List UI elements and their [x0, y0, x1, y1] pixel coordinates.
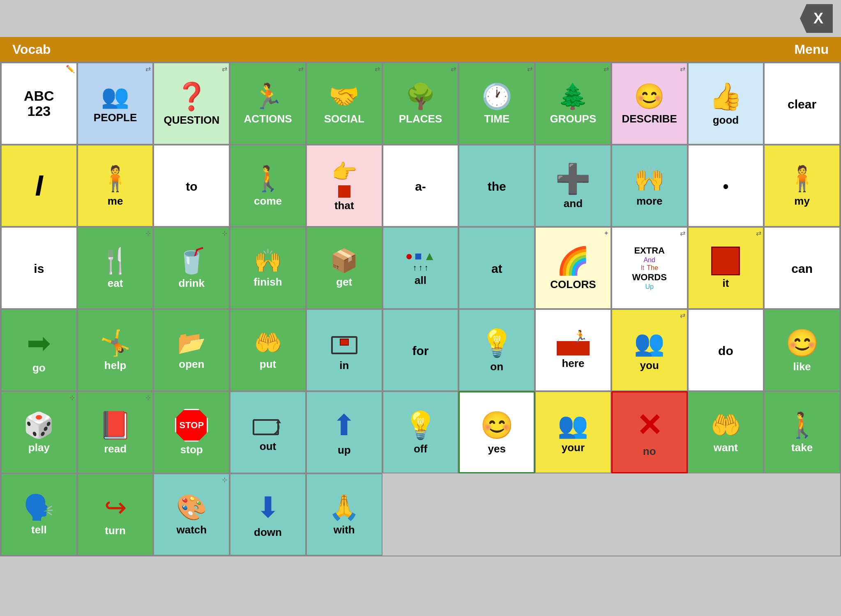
- cell-do[interactable]: do: [688, 309, 764, 391]
- get-icon: 📦: [330, 247, 358, 274]
- turn-icon: ↪: [104, 492, 127, 523]
- cell-yes[interactable]: 😊 yes: [459, 391, 535, 473]
- navigate-icon: ⇄: [298, 65, 304, 73]
- I-icon: I: [35, 169, 43, 202]
- navigate-icon: ⊹: [145, 229, 151, 237]
- cell-your[interactable]: 👥 your: [535, 391, 611, 473]
- cell-get[interactable]: 📦 get: [306, 227, 382, 309]
- cell-more[interactable]: 🙌 more: [611, 145, 688, 227]
- cell-extra-words[interactable]: ⇄ EXTRA And It The WORDS Up: [611, 227, 688, 309]
- tell-icon: 🗣️: [23, 493, 54, 522]
- backspace-icon: X: [813, 10, 823, 27]
- cell-here[interactable]: 🏃 here: [535, 309, 611, 391]
- cell-that[interactable]: 👉 that: [306, 145, 382, 227]
- actions-icon: 🏃: [253, 82, 283, 111]
- abc-icon: ✏️: [66, 65, 75, 74]
- watch-label: watch: [176, 524, 207, 536]
- cell-colors[interactable]: ✦ 🌈 COLORS: [535, 227, 611, 309]
- cell-tell[interactable]: 🗣️ tell: [1, 473, 77, 556]
- colors-icon: 🌈: [556, 245, 590, 277]
- all-icons: ● ■ ▲: [406, 249, 436, 263]
- play-icon: 🎲: [23, 411, 54, 440]
- cell-groups[interactable]: ⇄ 🌲 GROUPS: [535, 62, 611, 145]
- cell-I[interactable]: I: [1, 145, 77, 227]
- cell-in[interactable]: in: [306, 309, 382, 391]
- cell-time[interactable]: ⇄ 🕐 TIME: [459, 62, 535, 145]
- backspace-button[interactable]: X: [800, 4, 833, 33]
- cell-up[interactable]: ⬆ up: [306, 391, 382, 473]
- all-label: all: [415, 274, 426, 287]
- that-icon: 👉: [332, 160, 357, 184]
- cell-me[interactable]: 🧍 me: [77, 145, 154, 227]
- open-icon: 📂: [177, 330, 206, 356]
- cell-out[interactable]: out: [230, 391, 306, 473]
- cell-play[interactable]: ⊹ 🎲 play: [1, 391, 77, 473]
- describe-icon: 😊: [634, 82, 665, 111]
- navigate-icon: ⊹: [222, 476, 227, 484]
- my-label: my: [794, 195, 810, 208]
- cell-actions[interactable]: ⇄ 🏃 ACTIONS: [230, 62, 306, 145]
- cell-it[interactable]: ⇄ it: [688, 227, 764, 309]
- cell-like[interactable]: 😊 like: [764, 309, 840, 391]
- cell-you[interactable]: ⇄ 👥 you: [611, 309, 688, 391]
- places-icon: 🌳: [405, 82, 436, 111]
- cell-no[interactable]: ✕ no: [611, 391, 688, 473]
- cell-take[interactable]: 🚶 take: [764, 391, 840, 473]
- cell-all[interactable]: ● ■ ▲ ↑ ↑ ↑ all: [382, 227, 459, 309]
- cell-question[interactable]: ⇄ ❓ QUESTION: [153, 62, 230, 145]
- cell-go[interactable]: ➡ go: [1, 309, 77, 391]
- cell-a[interactable]: a-: [382, 145, 459, 227]
- cell-abc[interactable]: ✏️ ABC123: [1, 62, 77, 145]
- cell-is[interactable]: is: [1, 227, 77, 309]
- you-icon: 👥: [634, 328, 665, 358]
- cell-open[interactable]: 📂 open: [153, 309, 230, 391]
- cell-people[interactable]: ⇄ 👥 PEOPLE: [77, 62, 154, 145]
- stop-label: stop: [180, 443, 203, 456]
- no-label: no: [643, 445, 656, 458]
- cell-drink[interactable]: ⊹ 🥤 drink: [153, 227, 230, 309]
- cell-social[interactable]: ⇄ 🤝 SOCIAL: [306, 62, 382, 145]
- cell-help[interactable]: 🤸 help: [77, 309, 154, 391]
- on-label: on: [490, 360, 503, 373]
- cell-my[interactable]: 🧍 my: [764, 145, 840, 227]
- cell-off[interactable]: 💡 off: [382, 391, 459, 473]
- cell-finish[interactable]: 🙌 finish: [230, 227, 306, 309]
- cell-put[interactable]: 🤲 put: [230, 309, 306, 391]
- cell-and[interactable]: ➕ and: [535, 145, 611, 227]
- cell-turn[interactable]: ↪ turn: [77, 473, 154, 556]
- cell-at[interactable]: at: [459, 227, 535, 309]
- cell-want[interactable]: 🤲 want: [688, 391, 764, 473]
- people-icon: 👥: [101, 83, 129, 110]
- places-label: PLACES: [399, 113, 442, 125]
- cell-with[interactable]: 🙏 with: [306, 473, 382, 556]
- navigate-icon: ⇄: [756, 229, 761, 237]
- cell-stop[interactable]: STOP stop: [153, 391, 230, 473]
- cell-come[interactable]: 🚶 come: [230, 145, 306, 227]
- cell-clear[interactable]: clear: [764, 62, 840, 145]
- question-label: QUESTION: [164, 114, 219, 127]
- cell-dot[interactable]: •: [688, 145, 764, 227]
- vocab-grid: ✏️ ABC123 ⇄ 👥 PEOPLE ⇄ ❓ QUESTION ⇄ 🏃 AC…: [0, 62, 841, 556]
- cell-read[interactable]: ⊹ 📕 read: [77, 391, 154, 473]
- menu-button[interactable]: Menu: [794, 42, 829, 57]
- like-label: like: [793, 360, 811, 373]
- cell-the[interactable]: the: [459, 145, 535, 227]
- cell-can[interactable]: can: [764, 227, 840, 309]
- cell-eat[interactable]: ⊹ 🍴 eat: [77, 227, 154, 309]
- cell-for[interactable]: for: [382, 309, 459, 391]
- drink-label: drink: [179, 277, 205, 290]
- cell-down[interactable]: ⬇ down: [230, 473, 306, 556]
- cell-good[interactable]: 👍 good: [688, 62, 764, 145]
- cell-on[interactable]: 💡 on: [459, 309, 535, 391]
- cell-describe[interactable]: ⇄ 😊 DESCRIBE: [611, 62, 688, 145]
- cell-to[interactable]: to: [153, 145, 230, 227]
- cell-places[interactable]: ⇄ 🌳 PLACES: [382, 62, 459, 145]
- drink-icon: 🥤: [176, 246, 207, 275]
- dot-label: •: [723, 178, 728, 196]
- with-label: with: [334, 524, 355, 536]
- in-icon: [328, 329, 361, 358]
- cell-watch[interactable]: ⊹ 🎨 watch: [153, 473, 230, 556]
- open-label: open: [179, 358, 204, 371]
- navigate-icon: ⇄: [604, 65, 609, 73]
- that-box: [338, 185, 350, 198]
